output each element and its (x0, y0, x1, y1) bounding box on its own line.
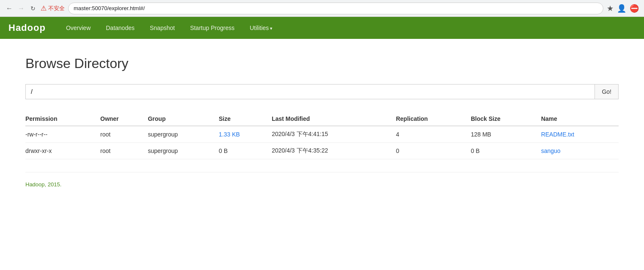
nav-link-snapshot[interactable]: Snapshot (142, 18, 182, 38)
nav-link-datanodes[interactable]: Datanodes (98, 18, 142, 38)
url-text: master:50070/explorer.html#/ (74, 5, 145, 11)
cell-name-0[interactable]: README.txt (541, 126, 619, 143)
path-form: Go! (25, 84, 619, 99)
reload-button[interactable]: ↻ (29, 4, 37, 13)
cell-name-1[interactable]: sanguo (541, 143, 619, 159)
footer: Hadoop, 2015. (25, 172, 619, 188)
nav-item-snapshot[interactable]: Snapshot (142, 18, 182, 38)
nav-item-overview[interactable]: Overview (58, 18, 98, 38)
cell-replication-1: 0 (396, 143, 471, 159)
cell-blocksize-0: 128 MB (471, 126, 541, 143)
cell-size-1: 0 B (219, 143, 272, 159)
nav-item-utilities[interactable]: Utilities (242, 18, 280, 38)
col-size: Size (219, 112, 272, 126)
back-button[interactable]: ← (5, 4, 14, 13)
cell-group-1: supergroup (148, 143, 219, 159)
url-bar[interactable]: master:50070/explorer.html#/ (68, 3, 603, 14)
col-name: Name (541, 112, 619, 126)
nav-item-startup-progress[interactable]: Startup Progress (182, 18, 242, 38)
directory-table: Permission Owner Group Size Last Modifie… (25, 112, 619, 159)
nav-link-overview[interactable]: Overview (58, 18, 98, 38)
col-owner: Owner (100, 112, 148, 126)
cell-owner-1: root (100, 143, 148, 159)
error-icon[interactable]: ⛔ (630, 4, 639, 13)
nav-item-datanodes[interactable]: Datanodes (98, 18, 142, 38)
cell-group-0: supergroup (148, 126, 219, 143)
file-link-0[interactable]: README.txt (541, 131, 575, 138)
file-link-1[interactable]: sanguo (541, 147, 561, 154)
bookmark-icon[interactable]: ★ (607, 4, 614, 13)
col-group: Group (148, 112, 219, 126)
cell-blocksize-1: 0 B (471, 143, 541, 159)
navbar-brand[interactable]: Hadoop (8, 22, 46, 33)
footer-text: Hadoop, 2015. (25, 181, 61, 188)
browser-chrome: ← → ↻ ⚠ 不安全 master:50070/explorer.html#/… (0, 0, 644, 17)
navbar: Hadoop Overview Datanodes Snapshot Start… (0, 17, 644, 39)
table-row: drwxr-xr-x root supergroup 0 B 2020/4/3 … (25, 143, 619, 159)
col-last-modified: Last Modified (272, 112, 396, 126)
warning-icon: ⚠ (41, 4, 47, 12)
path-input[interactable] (25, 84, 595, 99)
profile-icon[interactable]: 👤 (617, 4, 626, 13)
nav-link-utilities[interactable]: Utilities (242, 18, 280, 38)
col-block-size: Block Size (471, 112, 541, 126)
cell-replication-0: 4 (396, 126, 471, 143)
cell-modified-0: 2020/4/3 下午4:41:15 (272, 126, 396, 143)
table-header: Permission Owner Group Size Last Modifie… (25, 112, 619, 126)
forward-button[interactable]: → (17, 4, 25, 13)
table-row: -rw-r--r-- root supergroup 1.33 KB 2020/… (25, 126, 619, 143)
col-replication: Replication (396, 112, 471, 126)
cell-modified-1: 2020/4/3 下午4:35:22 (272, 143, 396, 159)
cell-owner-0: root (100, 126, 148, 143)
security-warning: ⚠ 不安全 (41, 4, 65, 12)
cell-permission-1: drwxr-xr-x (25, 143, 100, 159)
cell-permission-0: -rw-r--r-- (25, 126, 100, 143)
nav-link-startup-progress[interactable]: Startup Progress (182, 18, 242, 38)
main-content: Browse Directory Go! Permission Owner Gr… (0, 39, 644, 205)
page-title: Browse Directory (25, 56, 619, 71)
browser-icons: ★ 👤 ⛔ (607, 4, 639, 13)
go-button[interactable]: Go! (595, 84, 619, 99)
table-body: -rw-r--r-- root supergroup 1.33 KB 2020/… (25, 126, 619, 159)
col-permission: Permission (25, 112, 100, 126)
nav-links: Overview Datanodes Snapshot Startup Prog… (58, 18, 281, 38)
security-label: 不安全 (48, 5, 65, 12)
cell-size-0: 1.33 KB (219, 126, 272, 143)
